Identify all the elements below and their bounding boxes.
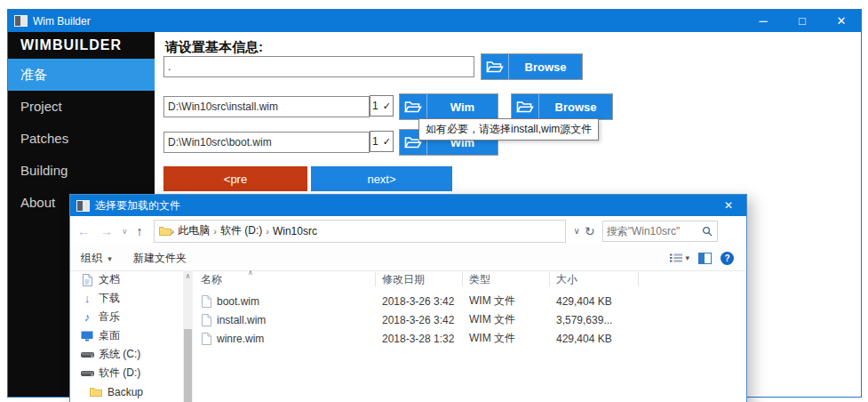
browse-button-label: Browse (509, 54, 582, 79)
address-chevron-icon[interactable]: ∨ (574, 226, 580, 236)
help-icon[interactable]: ? (721, 252, 734, 265)
tree-item-label: 桌面 (99, 328, 120, 343)
close-button[interactable]: ✕ (822, 10, 861, 32)
sidebar-item-building[interactable]: Building (8, 155, 155, 187)
index-value: 1 (372, 100, 378, 112)
folder-icon (159, 226, 171, 236)
file-icon (202, 333, 211, 345)
column-label: 类型 (469, 273, 490, 285)
breadcrumb-win10src[interactable]: Win10src (269, 225, 321, 237)
scrollbar-thumb[interactable] (184, 329, 192, 402)
new-folder-button[interactable]: 新建文件夹 (133, 251, 187, 266)
search-icon (702, 226, 713, 237)
document-icon (79, 274, 95, 286)
view-mode-button[interactable]: ▾ (670, 253, 698, 263)
column-date-modified[interactable]: 修改日期 (376, 272, 463, 286)
column-name[interactable]: 名称 ∧ (195, 272, 376, 286)
file-list: 名称 ∧ 修改日期 类型 大小 boot.wim 201 (195, 270, 746, 402)
boot-index-select[interactable]: 1 ✓ (370, 131, 394, 152)
file-size: 429,404 KB (550, 295, 639, 308)
preview-pane-icon[interactable] (698, 253, 712, 264)
tree-item-backup[interactable]: Backup (79, 382, 182, 401)
back-icon[interactable]: ← (77, 224, 90, 238)
up-icon[interactable]: ↑ (137, 224, 143, 238)
file-name: boot.wim (217, 295, 259, 308)
forward-icon[interactable]: → (100, 224, 113, 238)
drive-icon (79, 369, 95, 378)
sidebar-item-project[interactable]: Project (8, 91, 155, 123)
title-bar[interactable]: Wim Builder ─ □ ✕ (8, 10, 861, 32)
folder-tree: 文档 ↓ 下载 ♪ 音乐 桌面 (79, 270, 182, 402)
tree-item-drive-d[interactable]: 软件 (D:) (79, 364, 182, 382)
organize-button[interactable]: 组织 ▾ (81, 251, 112, 266)
file-row-install-wim[interactable]: install.wim 2018-3-26 3:42 WIM 文件 3,579,… (195, 310, 746, 329)
file-name: winre.wim (217, 333, 264, 345)
index-value: 1 (372, 135, 378, 148)
window-controls: ─ □ ✕ (744, 10, 861, 32)
maximize-button[interactable]: □ (783, 10, 822, 32)
dialog-toolbar: 组织 ▾ 新建文件夹 ▾ ? (70, 245, 746, 271)
address-bar[interactable]: › 此电脑 › 软件 (D:) › Win10src (154, 220, 566, 243)
tree-item-downloads[interactable]: ↓ 下载 (79, 289, 182, 308)
organize-label: 组织 (81, 252, 102, 264)
dropdown-check-icon: ✓ (383, 136, 391, 148)
column-label: 修改日期 (382, 273, 425, 285)
dialog-close-button[interactable]: ✕ (711, 195, 746, 216)
details-view-icon (670, 253, 682, 263)
download-icon: ↓ (79, 292, 95, 305)
breadcrumb-drive-d[interactable]: 软件 (D:) (217, 223, 266, 238)
install-wim-button[interactable]: Wim (399, 93, 498, 120)
boot-wim-input[interactable] (163, 132, 370, 153)
window-title: Wim Builder (33, 15, 91, 28)
tree-item-label: 系统 (C:) (99, 347, 140, 362)
tree-item-desktop[interactable]: 桌面 (79, 326, 182, 345)
tree-scrollbar[interactable]: ∧ (183, 270, 193, 402)
search-input[interactable] (603, 225, 702, 237)
prev-button[interactable]: <pre (163, 166, 307, 191)
tree-item-music[interactable]: ♪ 音乐 (79, 308, 182, 326)
folder-open-icon (400, 94, 427, 119)
tree-item-label: 音乐 (99, 310, 120, 325)
tree-item-label: Backup (108, 386, 143, 398)
file-name: install.wim (217, 314, 266, 326)
dialog-icon (76, 200, 90, 212)
history-chevron-icon[interactable]: ∨ (122, 227, 128, 236)
file-row-winre-wim[interactable]: winre.wim 2018-3-28 1:32 WIM 文件 429,404 … (195, 329, 746, 348)
column-label: 大小 (556, 273, 577, 285)
page-title: 请设置基本信息: (165, 39, 263, 56)
minimize-button[interactable]: ─ (744, 10, 783, 32)
scroll-up-icon[interactable]: ∧ (183, 270, 193, 283)
refresh-icon[interactable]: ↻ (585, 224, 595, 238)
tree-item-label: 下载 (99, 291, 120, 306)
sidebar-item-prepare[interactable]: 准备 (8, 59, 155, 91)
sidebar-item-patches[interactable]: Patches (8, 123, 155, 155)
brand-label: WIMBUILDER (8, 32, 155, 59)
desktop-icon (79, 331, 95, 342)
dialog-main: 文档 ↓ 下载 ♪ 音乐 桌面 (70, 270, 746, 402)
chevron-down-icon: ▾ (685, 253, 689, 262)
work-dir-input[interactable] (163, 56, 474, 77)
tree-item-drive-c[interactable]: 系统 (C:) (79, 345, 182, 364)
file-type: WIM 文件 (463, 312, 550, 327)
column-size[interactable]: 大小 (550, 272, 639, 286)
sort-ascending-icon: ∧ (248, 266, 253, 280)
install-browse-button[interactable]: Browse (511, 93, 613, 120)
dialog-title-bar[interactable]: 选择要加载的文件 ✕ (70, 195, 746, 216)
install-wim-input[interactable] (163, 96, 370, 117)
file-date: 2018-3-26 3:42 (376, 314, 463, 326)
file-size: 3,579,639... (550, 314, 639, 326)
next-button[interactable]: next> (311, 166, 452, 191)
file-row-boot-wim[interactable]: boot.wim 2018-3-26 3:42 WIM 文件 429,404 K… (195, 292, 746, 310)
app-icon (14, 15, 28, 27)
tree-item-label: 软件 (D:) (99, 366, 140, 381)
install-index-select[interactable]: 1 ✓ (370, 95, 394, 117)
search-box[interactable] (602, 221, 718, 242)
breadcrumb-this-pc[interactable]: 此电脑 (174, 223, 213, 238)
column-type[interactable]: 类型 (463, 272, 550, 286)
chevron-down-icon: ▾ (108, 254, 112, 263)
browse-dir-button[interactable]: Browse (481, 53, 583, 80)
drive-icon (79, 350, 95, 359)
tooltip: 如有必要，请选择install,wim源文件 (418, 118, 599, 141)
tree-item-documents[interactable]: 文档 (79, 270, 182, 289)
wim-button-label: Wim (427, 94, 498, 119)
